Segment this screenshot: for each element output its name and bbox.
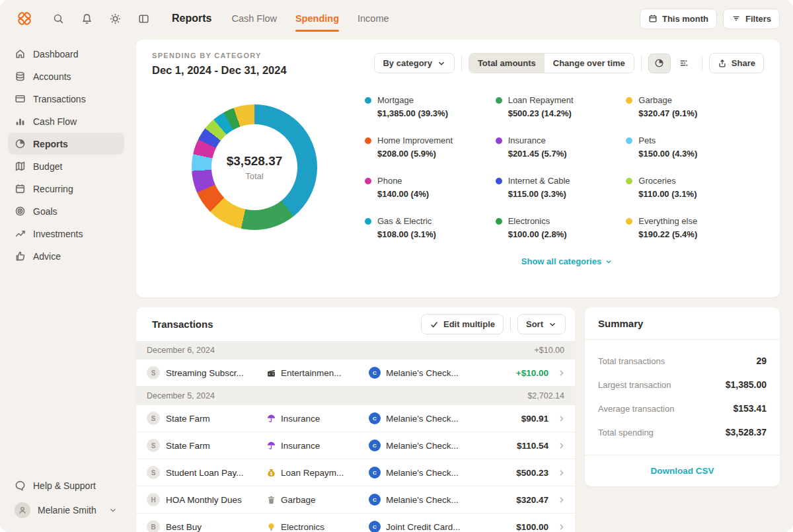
legend-color-dot xyxy=(365,97,371,104)
summary-row-total-spending: Total spending$3,528.37 xyxy=(598,427,767,437)
trash-icon xyxy=(266,495,276,505)
chevron-right-icon[interactable] xyxy=(548,469,566,477)
sidebar-item-dashboard[interactable]: Dashboard xyxy=(8,43,124,65)
transaction-category[interactable]: Garbage xyxy=(266,495,369,505)
settings-gear-icon[interactable] xyxy=(110,13,121,24)
chevron-right-icon[interactable] xyxy=(548,414,566,423)
sidebar-item-help-support[interactable]: Help & Support xyxy=(8,475,124,496)
mode-tab-change-over-time[interactable]: Change over time xyxy=(545,54,634,73)
sidebar-item-transactions[interactable]: Transactions xyxy=(8,88,124,110)
sidebar-footer: Help & Support Melanie Smith xyxy=(0,474,132,524)
legend-item-electronics[interactable]: Electronics$100.00 (2.8%) xyxy=(496,216,615,239)
sidebar-item-label: Goals xyxy=(33,206,57,217)
tab-income[interactable]: Income xyxy=(358,0,389,37)
transaction-category[interactable]: Insurance xyxy=(266,414,369,424)
map-icon xyxy=(15,161,26,172)
legend-item-insurance[interactable]: Insurance$201.45 (5.7%) xyxy=(496,135,615,159)
thumb-icon xyxy=(15,250,26,262)
chevron-right-icon[interactable] xyxy=(548,496,566,504)
legend-amount: $150.00 (4.3%) xyxy=(638,149,697,159)
legend-item-mortgage[interactable]: Mortgage$1,385.00 (39.3%) xyxy=(365,95,484,118)
sidebar-item-budget[interactable]: Budget xyxy=(8,155,124,177)
sidebar-item-recurring[interactable]: Recurring xyxy=(8,178,124,200)
merchant-name: Student Loan Pay... xyxy=(166,468,244,478)
umbrella-icon xyxy=(266,441,276,451)
sidebar-item-investments[interactable]: Investments xyxy=(8,223,124,245)
notifications-bell-icon[interactable] xyxy=(81,13,93,24)
legend-item-everything-else[interactable]: Everything else$190.22 (5.4%) xyxy=(626,216,745,239)
summary-card: Summary Total transactions29Largest tran… xyxy=(585,307,780,486)
transaction-amount: $500.23 xyxy=(496,468,548,478)
filters-button[interactable]: Filters xyxy=(723,9,780,29)
search-icon[interactable] xyxy=(53,13,64,24)
category-name: Electronics xyxy=(281,522,324,532)
filter-icon xyxy=(732,14,741,23)
merchant-logo: S xyxy=(147,466,160,479)
sidebar-item-label: Accounts xyxy=(33,71,71,82)
table-row[interactable]: HHOA Monthly DuesGarbageCMelanie's Check… xyxy=(136,486,575,513)
table-row[interactable]: SState FarmInsuranceCMelanie's Check...$… xyxy=(136,432,575,459)
table-row[interactable]: SStudent Loan Pay...$Loan Repaym...CMela… xyxy=(136,459,575,486)
donut-chart[interactable]: $3,528.37 Total xyxy=(192,104,317,230)
nav-title-reports[interactable]: Reports xyxy=(172,13,211,24)
merchant-name: State Farm xyxy=(166,441,210,451)
sidebar-item-accounts[interactable]: Accounts xyxy=(8,65,124,87)
download-csv-link[interactable]: Download CSV xyxy=(650,466,714,476)
legend-amount: $320.47 (9.1%) xyxy=(638,108,697,118)
legend-category-name: Loan Repayment xyxy=(508,95,574,105)
sidebar-item-advice[interactable]: Advice xyxy=(8,245,124,267)
legend-item-internet-cable[interactable]: Internet & Cable$115.00 (3.3%) xyxy=(496,176,615,199)
amount-mode-segmented-control: Total amountsChange over time xyxy=(469,53,634,73)
chevron-right-icon[interactable] xyxy=(548,441,566,450)
monarch-logo-icon[interactable] xyxy=(16,10,33,27)
legend-item-garbage[interactable]: Garbage$320.47 (9.1%) xyxy=(626,95,745,118)
bar-rows-icon xyxy=(679,58,689,68)
transaction-category[interactable]: Electronics xyxy=(266,522,369,532)
mode-tab-total-amounts[interactable]: Total amounts xyxy=(469,54,545,73)
legend-amount: $110.00 (3.1%) xyxy=(638,189,697,199)
edit-multiple-label: Edit multiple xyxy=(443,319,495,329)
user-name: Melanie Smith xyxy=(38,505,96,515)
sidebar-panel-icon[interactable] xyxy=(138,13,149,24)
legend-item-gas-electric[interactable]: Gas & Electric$108.00 (3.1%) xyxy=(365,216,484,239)
report-controls: By category Total amountsChange over tim… xyxy=(374,53,764,73)
pie-chart-view-button[interactable] xyxy=(648,54,671,73)
summary-label: Average transaction xyxy=(598,404,674,414)
bar-chart-view-button[interactable] xyxy=(673,54,695,73)
share-button[interactable]: Share xyxy=(709,53,764,73)
sidebar-item-goals[interactable]: Goals xyxy=(8,200,124,222)
chevron-right-icon[interactable] xyxy=(548,523,566,531)
transaction-category[interactable]: $Loan Repaym... xyxy=(266,468,369,478)
group-by-dropdown[interactable]: By category xyxy=(374,53,454,73)
date-group-total: +$10.00 xyxy=(534,346,564,355)
merchant-name: Best Buy xyxy=(166,522,202,532)
sidebar-item-cash-flow[interactable]: Cash Flow xyxy=(8,110,124,132)
film-icon xyxy=(266,368,276,378)
table-row[interactable]: BBest BuyElectronicsCJoint Credit Card..… xyxy=(136,513,575,532)
legend-item-home-improvement[interactable]: Home Improvement$208.00 (5.9%) xyxy=(365,135,484,159)
transaction-category[interactable]: Insurance xyxy=(266,441,369,451)
legend-item-pets[interactable]: Pets$150.00 (4.3%) xyxy=(626,135,745,159)
tab-spending[interactable]: Spending xyxy=(295,0,339,37)
edit-multiple-button[interactable]: Edit multiple xyxy=(421,314,504,334)
sidebar-item-label: Reports xyxy=(33,139,68,149)
tab-cash-flow[interactable]: Cash Flow xyxy=(231,0,277,37)
avatar xyxy=(15,502,30,518)
legend-item-loan-repayment[interactable]: Loan Repayment$500.23 (14.2%) xyxy=(496,95,615,118)
category-name: Entertainmen... xyxy=(281,368,342,378)
chevron-down-icon xyxy=(605,258,613,266)
user-menu[interactable]: Melanie Smith xyxy=(8,497,124,523)
sidebar-item-reports[interactable]: Reports xyxy=(8,133,124,155)
legend-item-phone[interactable]: Phone$140.00 (4%) xyxy=(365,176,484,199)
table-row[interactable]: SStreaming Subscr...Entertainmen...CMela… xyxy=(136,360,575,387)
legend-item-groceries[interactable]: Groceries$110.00 (3.1%) xyxy=(626,176,745,199)
account-logo: C xyxy=(369,521,381,532)
table-row[interactable]: SState FarmInsuranceCMelanie's Check...$… xyxy=(136,405,575,432)
legend-color-dot xyxy=(496,178,502,184)
legend-category-name: Everything else xyxy=(638,216,697,226)
chevron-right-icon[interactable] xyxy=(548,369,566,377)
sort-button[interactable]: Sort xyxy=(517,314,566,334)
date-range-button[interactable]: This month xyxy=(640,9,717,29)
show-all-categories-link[interactable]: Show all categories xyxy=(521,256,613,266)
transaction-category[interactable]: Entertainmen... xyxy=(266,368,369,378)
